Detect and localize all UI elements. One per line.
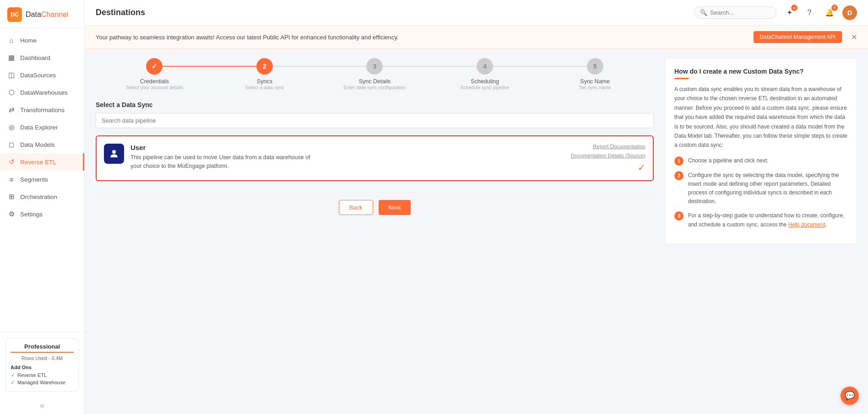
help-step-num-1: 1 [674,156,684,166]
logo-icon: DC [7,7,22,22]
logo-channel: Channel [41,11,69,18]
pipeline-selected-check: ✓ [638,162,646,173]
sidebar-item-dashboard[interactable]: ▦ Dashboard [0,49,84,66]
wizard-step-syncs: 2 Syncs Select a data sync [210,58,320,90]
step-sub-credentials: Select your account details [126,85,184,90]
avatar[interactable]: D [842,5,857,20]
plan-box: Professional Rows Used - 0.4M Add Ons ✓ … [5,338,79,392]
help-intro: A custom data sync enables you to stream… [674,85,847,150]
addon-check-1: ✓ [11,372,15,378]
step-line-2a [210,66,256,67]
addon-check-2: ✓ [11,379,15,386]
logo-data: Data [26,11,41,18]
sidebar-item-settings[interactable]: ⚙ Settings [0,205,84,223]
sidebar-collapse-button[interactable]: « [0,397,84,414]
step-labels-syncs: Syncs Select a data sync [245,78,284,90]
sidebar-item-dataexplorer[interactable]: ◎ Data Explorer [0,118,84,136]
sidebar-item-orchestration[interactable]: ⊞ Orchestration [0,188,84,205]
help-icon[interactable]: ? [802,5,817,20]
step-name-syncdetails: Sync Details [343,78,406,85]
pipeline-link-1[interactable]: Report Documentation [593,144,646,149]
pipeline-link-2[interactable]: Documentation Details (Source) [571,153,646,158]
plan-name: Professional [11,343,74,353]
topbar-right: 🔍 ✦ 4 ? 🔔 5 D [694,5,857,20]
banner-close-icon[interactable]: ✕ [851,33,857,42]
help-step-3: 3 For a step-by-step guide to understand… [674,211,847,229]
pipeline-card[interactable]: User This pipeline can be used to move U… [96,135,654,181]
step-sub-syncs: Select a data sync [245,85,284,90]
addon-label-2: Managed Warehouse [17,380,65,385]
datasources-icon: ◫ [7,71,16,79]
topbar: Destinations 🔍 ✦ 4 ? 🔔 5 D [85,0,868,26]
sidebar-label-transformations: Transformations [20,107,65,113]
help-title: How do I create a new Custom Data Sync? [674,68,847,75]
sidebar-label-dashboard: Dashboard [20,54,50,61]
button-row: Back Next [96,192,654,215]
dashboard-icon: ▦ [7,54,16,62]
sidebar-label-datamodels: Data Models [20,141,55,148]
search-box: 🔍 [694,6,776,19]
sidebar-item-datamodels[interactable]: ◻ Data Models [0,136,84,153]
step-line-3a [320,66,366,67]
pipeline-info: User This pipeline can be used to move U… [130,144,323,171]
search-input[interactable] [710,9,770,16]
logo-container: DC DataChannel [0,0,84,28]
help-step-num-2: 2 [674,171,684,180]
addon-managed-warehouse: ✓ Managed Warehouse [11,379,74,386]
step-line-5a [540,66,586,67]
sidebar-label-home: Home [20,37,37,44]
sidebar-item-segments[interactable]: ≡ Segments [0,171,84,188]
chat-bubble[interactable]: 💬 [841,387,859,405]
step-circle-syncdetails: 3 [366,58,383,75]
step-sub-syncname: Set sync name [579,85,611,90]
notifications-icon[interactable]: 🔔 5 [822,5,837,20]
step-labels-syncname: Sync Name Set sync name [579,78,611,90]
datawarehouses-icon: ⬡ [7,88,16,97]
addons-title: Add Ons [11,365,74,370]
sparkle-icon[interactable]: ✦ 4 [782,5,797,20]
help-document-link[interactable]: Help document [788,221,825,228]
addon-reverse-etl: ✓ Reverse ETL [11,372,74,378]
sidebar-item-home[interactable]: ⌂ Home [0,32,84,49]
search-icon: 🔍 [700,9,707,16]
step-sub-syncdetails: Enter data sync configuration [343,85,406,90]
addon-label-1: Reverse ETL [17,372,47,378]
step-name-syncname: Sync Name [579,78,611,85]
next-button[interactable]: Next [379,200,411,215]
reverseETL-icon: ↺ [7,158,16,166]
wizard-step-syncdetails: 3 Sync Details Enter data sync configura… [320,58,430,90]
pipeline-logo [104,144,124,164]
plan-rows: Rows Used - 0.4M [11,355,74,361]
left-panel: ✓ Credentials Select your account detail… [96,58,654,244]
datamodels-icon: ◻ [7,140,16,149]
pipeline-name: User [130,144,323,151]
help-title-underline [674,78,689,79]
help-step-2: 2 Configure the sync by selecting the da… [674,171,847,206]
step-circle-syncs: 2 [256,58,273,75]
back-button[interactable]: Back [339,200,373,215]
help-step-num-3: 3 [674,211,684,220]
wizard-step-syncname: 5 Sync Name Set sync name [540,58,650,90]
sidebar-item-datawarehouses[interactable]: ⬡ DataWarehouses [0,84,84,101]
transformations-icon: ⇄ [7,106,16,114]
step-labels-syncdetails: Sync Details Enter data sync configurati… [343,78,406,90]
sidebar-nav: ⌂ Home ▦ Dashboard ◫ DataSources ⬡ DataW… [0,28,84,332]
home-icon: ⌂ [7,36,16,44]
banner-right: DataChannel Management API ✕ [754,31,857,43]
segments-icon: ≡ [7,175,16,183]
sidebar-label-settings: Settings [20,211,43,218]
sidebar-item-transformations[interactable]: ⇄ Transformations [0,101,84,118]
pipeline-right: Report Documentation Documentation Detai… [571,144,646,173]
banner-api-button[interactable]: DataChannel Management API [754,31,842,43]
pipeline-search-input[interactable] [96,113,654,128]
step-circle-syncname: 5 [587,58,603,75]
alerts-badge: 5 [831,5,838,11]
sidebar-item-reverseETL[interactable]: ↺ Reverse ETL [0,153,84,171]
help-step-1: 1 Choose a pipeline and click next. [674,156,847,166]
main-panel: ✓ Credentials Select your account detail… [85,49,868,253]
dataexplorer-icon: ◎ [7,123,16,131]
sidebar-label-orchestration: Orchestration [20,194,57,200]
banner-text: Your pathway to seamless integration awa… [96,34,399,41]
sidebar-item-datasources[interactable]: ◫ DataSources [0,66,84,84]
step-line-2b [273,66,320,67]
